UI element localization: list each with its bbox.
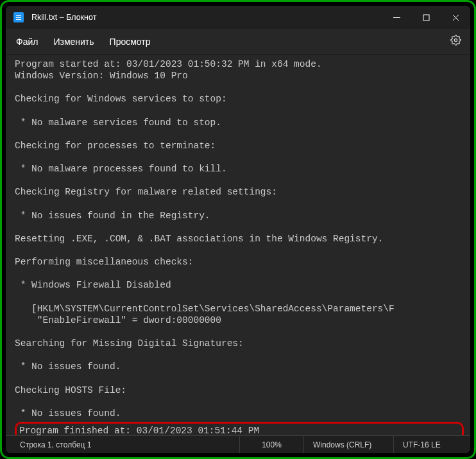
titlebar[interactable]: Rkill.txt – Блокнот: [6, 6, 470, 29]
text-body: Program started at: 03/01/2023 01:50:32 …: [15, 59, 395, 419]
status-zoom[interactable]: 100%: [239, 436, 303, 453]
text-area[interactable]: Program started at: 03/01/2023 01:50:32 …: [6, 55, 470, 435]
maximize-icon: [423, 14, 430, 21]
highlight-box: Program finished at: 03/01/2023 01:51:44…: [15, 422, 464, 435]
window-controls: [382, 6, 470, 29]
close-icon: [452, 14, 459, 21]
highlight-frame: Rkill.txt – Блокнот Файл Изменить Просмо…: [0, 0, 476, 459]
svg-rect-1: [423, 15, 429, 21]
status-line-ending: Windows (CRLF): [303, 436, 393, 453]
settings-button[interactable]: [450, 35, 461, 48]
menu-file[interactable]: Файл: [16, 37, 38, 47]
minimize-button[interactable]: [382, 6, 411, 29]
status-encoding: UTF-16 LE: [393, 436, 470, 453]
maximize-button[interactable]: [411, 6, 441, 29]
gear-icon: [450, 35, 461, 46]
status-position: Строка 1, столбец 1: [6, 436, 239, 453]
menubar: Файл Изменить Просмотр: [6, 29, 470, 55]
menu-view[interactable]: Просмотр: [110, 37, 151, 47]
highlight-text: Program finished at: 03/01/2023 01:51:44…: [19, 426, 343, 435]
close-button[interactable]: [441, 6, 470, 29]
menu-edit[interactable]: Изменить: [53, 37, 94, 47]
notepad-icon: [13, 12, 24, 22]
statusbar: Строка 1, столбец 1 100% Windows (CRLF) …: [6, 435, 470, 453]
window-title: Rkill.txt – Блокнот: [31, 13, 382, 22]
minimize-icon: [393, 14, 400, 21]
notepad-window: Rkill.txt – Блокнот Файл Изменить Просмо…: [6, 6, 470, 453]
svg-point-4: [454, 39, 457, 41]
